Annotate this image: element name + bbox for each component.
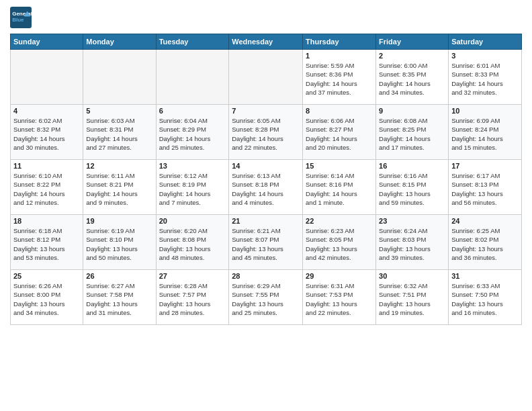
day-info: Sunrise: 6:23 AM Sunset: 8:05 PM Dayligh… xyxy=(306,226,373,262)
day-number: 9 xyxy=(379,107,445,115)
calendar-cell: 19Sunrise: 6:19 AM Sunset: 8:10 PM Dayli… xyxy=(83,215,156,270)
day-number: 22 xyxy=(306,217,373,225)
day-number: 20 xyxy=(159,217,226,225)
calendar-cell: 29Sunrise: 6:31 AM Sunset: 7:53 PM Dayli… xyxy=(303,270,376,325)
calendar-cell: 16Sunrise: 6:16 AM Sunset: 8:15 PM Dayli… xyxy=(376,160,449,215)
day-number: 21 xyxy=(232,217,300,225)
day-info: Sunrise: 6:14 AM Sunset: 8:16 PM Dayligh… xyxy=(306,171,373,207)
calendar-cell: 10Sunrise: 6:09 AM Sunset: 8:24 PM Dayli… xyxy=(449,105,522,160)
calendar-week-2: 11Sunrise: 6:10 AM Sunset: 8:22 PM Dayli… xyxy=(11,160,522,215)
day-info: Sunrise: 6:09 AM Sunset: 8:24 PM Dayligh… xyxy=(451,116,519,152)
day-number: 7 xyxy=(232,107,300,115)
day-info: Sunrise: 6:24 AM Sunset: 8:03 PM Dayligh… xyxy=(379,226,445,262)
day-info: Sunrise: 6:29 AM Sunset: 7:55 PM Dayligh… xyxy=(232,281,300,317)
calendar-cell: 23Sunrise: 6:24 AM Sunset: 8:03 PM Dayli… xyxy=(376,215,449,270)
day-number: 28 xyxy=(232,272,300,280)
day-info: Sunrise: 6:11 AM Sunset: 8:21 PM Dayligh… xyxy=(86,171,152,207)
calendar-cell: 9Sunrise: 6:08 AM Sunset: 8:25 PM Daylig… xyxy=(376,105,449,160)
day-info: Sunrise: 6:04 AM Sunset: 8:29 PM Dayligh… xyxy=(159,116,226,152)
day-number: 18 xyxy=(13,217,80,225)
day-info: Sunrise: 6:19 AM Sunset: 8:10 PM Dayligh… xyxy=(86,226,152,262)
day-info: Sunrise: 6:32 AM Sunset: 7:51 PM Dayligh… xyxy=(379,281,445,317)
calendar-cell: 15Sunrise: 6:14 AM Sunset: 8:16 PM Dayli… xyxy=(303,160,376,215)
calendar-cell: 11Sunrise: 6:10 AM Sunset: 8:22 PM Dayli… xyxy=(11,160,83,215)
day-info: Sunrise: 6:33 AM Sunset: 7:50 PM Dayligh… xyxy=(451,281,519,317)
logo: General Blue xyxy=(10,7,34,28)
day-number: 15 xyxy=(306,162,373,170)
calendar-cell xyxy=(11,50,83,105)
calendar-cell: 22Sunrise: 6:23 AM Sunset: 8:05 PM Dayli… xyxy=(303,215,376,270)
day-number: 13 xyxy=(159,162,226,170)
day-number: 2 xyxy=(379,52,445,60)
calendar-week-3: 18Sunrise: 6:18 AM Sunset: 8:12 PM Dayli… xyxy=(11,215,522,270)
calendar-week-1: 4Sunrise: 6:02 AM Sunset: 8:32 PM Daylig… xyxy=(11,105,522,160)
calendar-cell: 30Sunrise: 6:32 AM Sunset: 7:51 PM Dayli… xyxy=(376,270,449,325)
calendar-cell: 25Sunrise: 6:26 AM Sunset: 8:00 PM Dayli… xyxy=(11,270,83,325)
calendar-cell: 20Sunrise: 6:20 AM Sunset: 8:08 PM Dayli… xyxy=(156,215,229,270)
day-number: 26 xyxy=(86,272,152,280)
day-number: 23 xyxy=(379,217,445,225)
day-header-tuesday: Tuesday xyxy=(156,34,229,50)
calendar-cell xyxy=(229,50,303,105)
day-number: 27 xyxy=(159,272,226,280)
day-number: 14 xyxy=(232,162,300,170)
day-info: Sunrise: 6:21 AM Sunset: 8:07 PM Dayligh… xyxy=(232,226,300,262)
day-info: Sunrise: 6:25 AM Sunset: 8:02 PM Dayligh… xyxy=(451,226,519,262)
day-number: 4 xyxy=(13,107,80,115)
calendar-cell: 5Sunrise: 6:03 AM Sunset: 8:31 PM Daylig… xyxy=(83,105,156,160)
day-number: 8 xyxy=(306,107,373,115)
calendar-cell: 8Sunrise: 6:06 AM Sunset: 8:27 PM Daylig… xyxy=(303,105,376,160)
calendar-cell: 12Sunrise: 6:11 AM Sunset: 8:21 PM Dayli… xyxy=(83,160,156,215)
day-number: 25 xyxy=(13,272,80,280)
day-header-friday: Friday xyxy=(376,34,449,50)
day-info: Sunrise: 5:59 AM Sunset: 8:36 PM Dayligh… xyxy=(306,61,373,97)
day-header-saturday: Saturday xyxy=(449,34,522,50)
day-number: 19 xyxy=(86,217,152,225)
calendar-cell: 28Sunrise: 6:29 AM Sunset: 7:55 PM Dayli… xyxy=(229,270,303,325)
calendar-cell: 21Sunrise: 6:21 AM Sunset: 8:07 PM Dayli… xyxy=(229,215,303,270)
svg-text:Blue: Blue xyxy=(12,17,24,23)
day-number: 29 xyxy=(306,272,373,280)
day-info: Sunrise: 6:01 AM Sunset: 8:33 PM Dayligh… xyxy=(451,61,519,97)
day-info: Sunrise: 6:20 AM Sunset: 8:08 PM Dayligh… xyxy=(159,226,226,262)
day-number: 31 xyxy=(451,272,519,280)
calendar-cell: 17Sunrise: 6:17 AM Sunset: 8:13 PM Dayli… xyxy=(449,160,522,215)
day-info: Sunrise: 6:00 AM Sunset: 8:35 PM Dayligh… xyxy=(379,61,445,97)
calendar-cell: 4Sunrise: 6:02 AM Sunset: 8:32 PM Daylig… xyxy=(11,105,83,160)
calendar-cell: 14Sunrise: 6:13 AM Sunset: 8:18 PM Dayli… xyxy=(229,160,303,215)
day-number: 10 xyxy=(451,107,519,115)
calendar-header-row: SundayMondayTuesdayWednesdayThursdayFrid… xyxy=(11,34,522,50)
day-header-thursday: Thursday xyxy=(303,34,376,50)
day-number: 12 xyxy=(86,162,152,170)
day-info: Sunrise: 6:08 AM Sunset: 8:25 PM Dayligh… xyxy=(379,116,445,152)
calendar-cell: 1Sunrise: 5:59 AM Sunset: 8:36 PM Daylig… xyxy=(303,50,376,105)
logo-icon: General Blue xyxy=(10,7,32,28)
day-info: Sunrise: 6:28 AM Sunset: 7:57 PM Dayligh… xyxy=(159,281,226,317)
calendar-cell xyxy=(156,50,229,105)
day-info: Sunrise: 6:16 AM Sunset: 8:15 PM Dayligh… xyxy=(379,171,445,207)
day-info: Sunrise: 6:02 AM Sunset: 8:32 PM Dayligh… xyxy=(13,116,80,152)
day-number: 30 xyxy=(379,272,445,280)
header: General Blue xyxy=(10,7,522,28)
day-info: Sunrise: 6:03 AM Sunset: 8:31 PM Dayligh… xyxy=(86,116,152,152)
calendar-cell: 26Sunrise: 6:27 AM Sunset: 7:58 PM Dayli… xyxy=(83,270,156,325)
day-info: Sunrise: 6:13 AM Sunset: 8:18 PM Dayligh… xyxy=(232,171,300,207)
day-number: 11 xyxy=(13,162,80,170)
calendar-table: SundayMondayTuesdayWednesdayThursdayFrid… xyxy=(10,34,522,325)
calendar-cell: 18Sunrise: 6:18 AM Sunset: 8:12 PM Dayli… xyxy=(11,215,83,270)
calendar-cell: 3Sunrise: 6:01 AM Sunset: 8:33 PM Daylig… xyxy=(449,50,522,105)
day-number: 3 xyxy=(451,52,519,60)
day-number: 16 xyxy=(379,162,445,170)
day-info: Sunrise: 6:18 AM Sunset: 8:12 PM Dayligh… xyxy=(13,226,80,262)
day-info: Sunrise: 6:10 AM Sunset: 8:22 PM Dayligh… xyxy=(13,171,80,207)
day-header-sunday: Sunday xyxy=(11,34,83,50)
day-number: 5 xyxy=(86,107,152,115)
calendar-cell: 27Sunrise: 6:28 AM Sunset: 7:57 PM Dayli… xyxy=(156,270,229,325)
calendar-cell: 24Sunrise: 6:25 AM Sunset: 8:02 PM Dayli… xyxy=(449,215,522,270)
day-info: Sunrise: 6:27 AM Sunset: 7:58 PM Dayligh… xyxy=(86,281,152,317)
calendar-cell xyxy=(83,50,156,105)
calendar-week-0: 1Sunrise: 5:59 AM Sunset: 8:36 PM Daylig… xyxy=(11,50,522,105)
day-number: 6 xyxy=(159,107,226,115)
day-number: 17 xyxy=(451,162,519,170)
calendar-cell: 6Sunrise: 6:04 AM Sunset: 8:29 PM Daylig… xyxy=(156,105,229,160)
